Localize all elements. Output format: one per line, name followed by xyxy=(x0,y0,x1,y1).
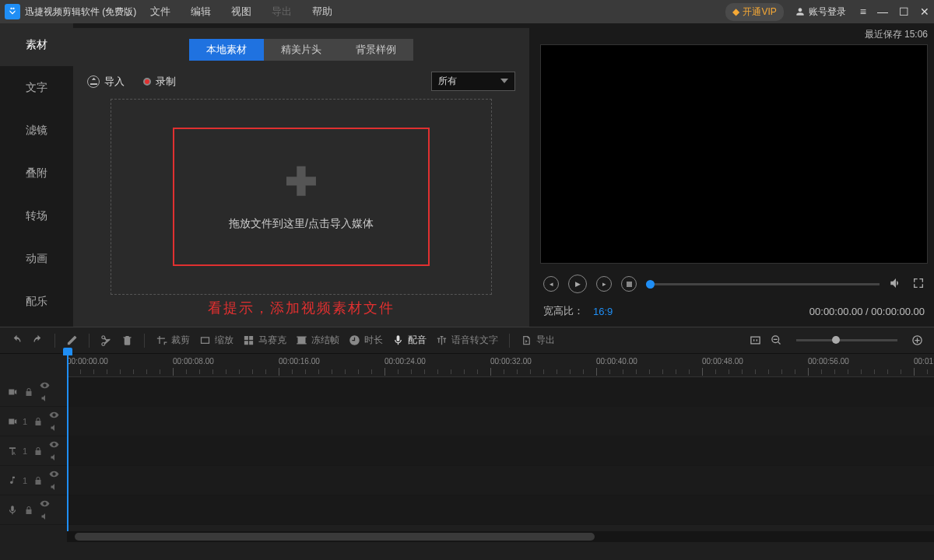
scrollbar-thumb[interactable] xyxy=(75,533,595,541)
play-button[interactable]: ▶ xyxy=(568,275,587,293)
tab-local-material[interactable]: 本地素材 xyxy=(189,39,264,61)
zoom-slider[interactable] xyxy=(796,339,897,341)
progress-bar[interactable] xyxy=(646,283,880,285)
stt-button[interactable]: 语音转文字 xyxy=(436,334,498,347)
speaker-icon[interactable] xyxy=(39,392,51,404)
aspect-value[interactable]: 16:9 xyxy=(593,306,613,317)
sidebar-item-music[interactable]: 配乐 xyxy=(0,280,73,323)
tab-intro-templates[interactable]: 精美片头 xyxy=(264,39,339,61)
zoom-out-button[interactable] xyxy=(771,334,782,346)
lock-icon[interactable] xyxy=(32,445,44,457)
volume-button[interactable] xyxy=(889,276,903,292)
export-button[interactable]: 导出 xyxy=(521,334,555,347)
ruler-mark: 00:00:08.00 xyxy=(173,357,214,366)
crop-button[interactable]: 裁剪 xyxy=(156,334,190,347)
minimize-button[interactable]: — xyxy=(877,5,888,18)
track-body[interactable] xyxy=(67,466,934,495)
eye-icon[interactable] xyxy=(48,468,60,480)
dub-button[interactable]: 配音 xyxy=(392,334,427,347)
record-button[interactable]: 录制 xyxy=(143,75,176,89)
sidebar-item-filter[interactable]: 滤镜 xyxy=(0,109,73,152)
lock-icon[interactable] xyxy=(32,415,44,427)
stt-label: 语音转文字 xyxy=(451,334,498,347)
stop-button[interactable] xyxy=(621,276,637,292)
next-frame-button[interactable]: ▸ xyxy=(596,276,612,292)
menu-view[interactable]: 视图 xyxy=(231,5,251,19)
tab-background-samples[interactable]: 背景样例 xyxy=(339,39,413,61)
login-button[interactable]: 账号登录 xyxy=(795,5,846,19)
hint-text: 看提示，添加视频素材文件 xyxy=(73,299,529,317)
sidebar-item-material[interactable]: 素材 xyxy=(0,23,73,66)
import-label: 导入 xyxy=(104,75,125,89)
playhead[interactable] xyxy=(67,354,68,531)
track-row[interactable] xyxy=(0,495,934,525)
login-label: 账号登录 xyxy=(809,5,846,19)
freeze-button[interactable]: 冻结帧 xyxy=(296,334,339,347)
sidebar-item-text[interactable]: 文字 xyxy=(0,66,73,109)
zoom-tool-button[interactable]: 缩放 xyxy=(199,334,234,347)
maximize-button[interactable]: ☐ xyxy=(899,5,909,18)
track-number: 1 xyxy=(23,446,27,456)
horizontal-scrollbar[interactable] xyxy=(67,531,934,542)
delete-button[interactable] xyxy=(121,334,133,346)
track-row[interactable]: 1 xyxy=(0,407,934,436)
aspect-label: 宽高比： xyxy=(543,304,584,318)
track-body[interactable] xyxy=(67,377,934,406)
menu-file[interactable]: 文件 xyxy=(150,5,170,19)
ruler-mark: 00:00:16.00 xyxy=(279,357,320,366)
track-row[interactable]: 1 xyxy=(0,466,934,495)
close-button[interactable]: ✕ xyxy=(920,5,929,18)
preview-screen[interactable] xyxy=(540,44,928,264)
speaker-icon[interactable] xyxy=(48,481,60,492)
dropzone-inner[interactable]: ✚ 拖放文件到这里/点击导入媒体 xyxy=(173,128,430,266)
track-row[interactable] xyxy=(0,377,934,407)
sidebar-item-animation[interactable]: 动画 xyxy=(0,237,73,280)
filter-dropdown[interactable]: 所有 xyxy=(431,72,515,91)
cut-button[interactable] xyxy=(100,334,112,346)
dropzone[interactable]: ✚ 拖放文件到这里/点击导入媒体 xyxy=(111,99,492,295)
timeline-ruler[interactable]: 00:00:00.0000:00:08.0000:00:16.0000:00:2… xyxy=(67,354,934,377)
zoom-handle[interactable] xyxy=(832,336,840,344)
aspect-row: 宽高比： 16:9 00:00:00.00 / 00:00:00.00 xyxy=(540,304,928,318)
eye-icon[interactable] xyxy=(39,380,51,391)
sidebar-item-transition[interactable]: 转场 xyxy=(0,194,73,237)
track-body[interactable] xyxy=(67,495,934,524)
menu-icon[interactable]: ≡ xyxy=(860,5,866,18)
edit-button[interactable] xyxy=(66,334,78,346)
track-number: 1 xyxy=(23,417,27,426)
dropzone-text: 拖放文件到这里/点击导入媒体 xyxy=(229,217,374,231)
menu-edit[interactable]: 编辑 xyxy=(191,5,211,19)
redo-button[interactable] xyxy=(32,334,44,346)
duration-button[interactable]: 时长 xyxy=(349,334,383,347)
plus-icon: ✚ xyxy=(285,163,318,201)
lock-icon[interactable] xyxy=(32,474,44,486)
track-type-icon xyxy=(6,474,18,486)
sidebar: 素材 文字 滤镜 叠附 转场 动画 配乐 xyxy=(0,23,73,327)
eye-icon[interactable] xyxy=(48,439,60,450)
app-logo xyxy=(5,4,20,19)
undo-button[interactable] xyxy=(11,334,23,346)
import-button[interactable]: 导入 xyxy=(87,75,125,89)
lock-icon[interactable] xyxy=(23,386,34,397)
menu-help[interactable]: 帮助 xyxy=(312,5,332,19)
lock-icon[interactable] xyxy=(23,504,34,516)
speaker-icon[interactable] xyxy=(39,510,51,522)
speaker-icon[interactable] xyxy=(48,422,60,433)
track-body[interactable] xyxy=(67,436,934,465)
eye-icon[interactable] xyxy=(48,409,60,421)
fullscreen-button[interactable] xyxy=(912,277,925,292)
zoom-in-button[interactable] xyxy=(911,334,923,346)
fit-button[interactable] xyxy=(750,334,761,346)
vip-button[interactable]: ◆ 开通VIP xyxy=(725,3,783,21)
progress-handle[interactable] xyxy=(646,280,655,289)
speaker-icon[interactable] xyxy=(48,451,60,463)
sidebar-item-overlay[interactable]: 叠附 xyxy=(0,152,73,194)
track-row[interactable]: A1 xyxy=(0,436,934,466)
filter-dropdown-value: 所有 xyxy=(438,75,457,86)
track-head xyxy=(0,495,67,524)
track-type-icon xyxy=(6,415,18,427)
eye-icon[interactable] xyxy=(39,498,51,509)
prev-frame-button[interactable]: ◂ xyxy=(543,276,559,292)
mosaic-button[interactable]: 马赛克 xyxy=(243,334,286,347)
track-body[interactable] xyxy=(67,407,934,436)
